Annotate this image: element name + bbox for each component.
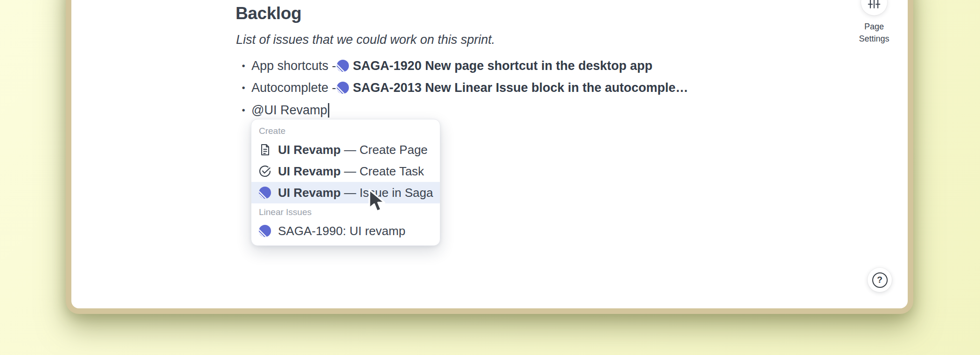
menu-item-saga-1990[interactable]: SAGA-1990: UI revamp	[251, 220, 440, 242]
task-icon	[258, 165, 271, 178]
bullet-dot: •	[236, 61, 251, 71]
menu-item-label: UI Revamp — Issue in Saga	[278, 186, 433, 200]
mention-query-text: @UI Revamp	[251, 103, 327, 118]
issue-link-label: SAGA-1920 New page shortcut in the deskt…	[353, 59, 653, 73]
text-caret	[328, 103, 329, 118]
page-icon	[258, 143, 271, 156]
bullet-text: Autocomplete -	[251, 81, 336, 95]
bullet-row-autocomplete[interactable]: • Autocomplete - SAGA-2013 New Linear Is…	[236, 78, 688, 97]
linear-issue-link[interactable]: SAGA-2013 New Linear Issue block in the …	[336, 81, 688, 95]
menu-item-create-task[interactable]: UI Revamp — Create Task	[251, 160, 440, 182]
linear-issue-link[interactable]: SAGA-1920 New page shortcut in the deskt…	[336, 59, 653, 73]
page-settings: Page Settings	[842, 0, 906, 45]
help-button[interactable]: ?	[868, 268, 892, 292]
page-settings-label: Page Settings	[848, 21, 900, 45]
bullet-text: App shortcuts -	[251, 59, 336, 73]
page-settings-button[interactable]	[861, 0, 887, 15]
autocomplete-menu: Create UI Revamp — Create Page UI Revamp…	[251, 119, 440, 246]
menu-section-header-create: Create	[251, 122, 440, 139]
linear-icon	[258, 186, 271, 199]
menu-item-label: SAGA-1990: UI revamp	[278, 224, 405, 238]
bullet-row-app-shortcuts[interactable]: • App shortcuts - SAGA-1920 New page sho…	[236, 56, 653, 76]
menu-item-label: UI Revamp — Create Page	[278, 143, 428, 157]
bullet-dot: •	[236, 105, 251, 116]
menu-item-label: UI Revamp — Create Task	[278, 164, 424, 179]
sliders-icon	[867, 0, 881, 9]
bullet-row-mention-input[interactable]: • @UI Revamp	[236, 100, 329, 120]
page-title[interactable]: Backlog	[236, 4, 301, 23]
issue-link-label: SAGA-2013 New Linear Issue block in the …	[353, 81, 688, 95]
menu-item-issue-in-saga[interactable]: UI Revamp — Issue in Saga	[251, 182, 440, 203]
linear-icon	[336, 59, 349, 72]
page-subtitle[interactable]: List of issues that we could work on thi…	[236, 33, 495, 47]
bullet-dot: •	[236, 83, 251, 93]
linear-icon	[258, 224, 271, 237]
menu-section-header-linear-issues: Linear Issues	[251, 203, 440, 220]
help-icon: ?	[872, 272, 888, 288]
linear-icon	[336, 81, 349, 94]
menu-item-create-page[interactable]: UI Revamp — Create Page	[251, 139, 440, 160]
